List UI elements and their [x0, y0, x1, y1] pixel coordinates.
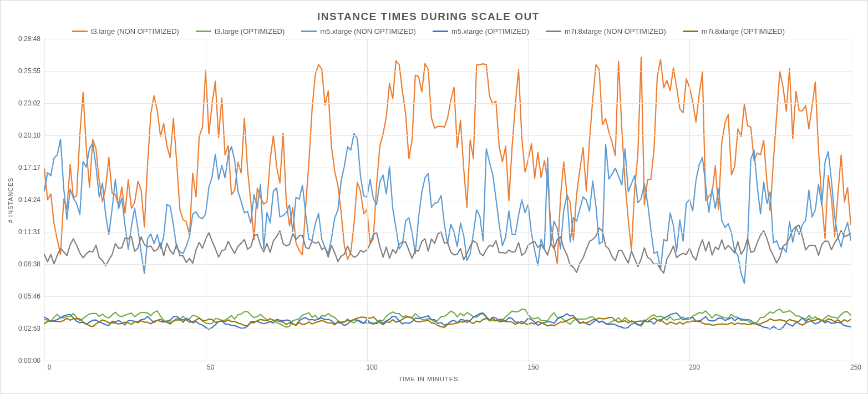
gridline-horizontal	[44, 135, 851, 136]
y-tick-label: 0:11:31	[18, 228, 40, 236]
legend-label: t3.large (NON OPTIMIZED)	[91, 27, 179, 36]
y-tick-label: 0:17:17	[18, 164, 40, 171]
x-tick-label: 0	[48, 363, 52, 371]
gridline-horizontal	[44, 329, 851, 329]
gridline-horizontal	[44, 264, 851, 265]
chart-legend: t3.large (NON OPTIMIZED)t3.large (OPTIMI…	[6, 27, 851, 36]
x-tick-label: 200	[689, 363, 700, 371]
y-tick-label: 0:08:38	[18, 260, 40, 268]
plot-row: # INSTANCES 0:00:000:02:530:05:460:08:38…	[6, 39, 851, 361]
legend-label: m5.xlarge (NON OPTIMIZED)	[320, 27, 416, 36]
legend-label: m7i.8xlarge (OPTIMIZED)	[702, 27, 785, 36]
y-tick-label: 0:05:46	[18, 292, 40, 300]
y-tick-label: 0:20:10	[18, 132, 40, 139]
y-tick-label: 0:00:00	[18, 357, 40, 365]
x-tick-label: 100	[367, 363, 378, 371]
legend-swatch	[546, 31, 561, 32]
legend-item: m5.xlarge (NON OPTIMIZED)	[301, 27, 416, 36]
x-tick-label: 150	[527, 363, 539, 371]
legend-item: m7i.8xlarge (NON OPTIMIZED)	[546, 27, 666, 36]
y-axis-ticks: 0:00:000:02:530:05:460:08:380:11:310:14:…	[15, 39, 44, 361]
legend-item: m7i.8xlarge (OPTIMIZED)	[683, 27, 785, 36]
gridline-horizontal	[44, 200, 851, 200]
legend-swatch	[683, 31, 698, 32]
gridline-horizontal	[44, 168, 851, 168]
x-tick-label: 250	[850, 363, 861, 371]
x-axis-ticks: 050100150200250	[49, 361, 856, 375]
legend-item: m5.xlarge (OPTIMIZED)	[433, 27, 529, 36]
legend-label: t3.large (OPTIMIZED)	[215, 27, 285, 36]
legend-label: m7i.8xlarge (NON OPTIMIZED)	[565, 27, 666, 36]
y-axis-title: # INSTANCES	[6, 39, 15, 361]
legend-item: t3.large (OPTIMIZED)	[196, 27, 285, 36]
y-tick-label: 0:28:48	[18, 35, 40, 43]
legend-swatch	[196, 31, 211, 32]
gridline-horizontal	[44, 103, 851, 104]
legend-swatch	[72, 31, 88, 32]
legend-swatch	[301, 31, 317, 32]
chart-title: INSTANCE TIMES DURING SCALE OUT	[6, 11, 851, 23]
series-line	[44, 57, 851, 264]
x-tick-label: 50	[207, 363, 214, 371]
gridline-vertical	[851, 39, 851, 361]
y-tick-label: 0:14:24	[18, 196, 40, 204]
gridline-vertical	[367, 39, 368, 361]
gridline-vertical	[206, 39, 206, 361]
y-tick-label: 0:25:55	[18, 67, 40, 75]
gridline-horizontal	[44, 71, 851, 72]
chart-container: INSTANCE TIMES DURING SCALE OUT t3.large…	[0, 0, 868, 394]
gridline-horizontal	[44, 39, 851, 39]
gridline-vertical	[689, 39, 690, 361]
legend-swatch	[433, 31, 448, 32]
y-tick-label: 0:23:02	[18, 99, 40, 107]
gridline-horizontal	[44, 232, 851, 233]
x-axis-title: TIME IN MINUTES	[6, 376, 851, 382]
plot-area	[44, 39, 851, 361]
legend-item: t3.large (NON OPTIMIZED)	[72, 27, 179, 36]
gridline-horizontal	[44, 296, 851, 297]
legend-label: m5.xlarge (OPTIMIZED)	[451, 27, 529, 36]
gridline-vertical	[528, 39, 529, 361]
y-tick-label: 0:02:53	[18, 325, 40, 332]
